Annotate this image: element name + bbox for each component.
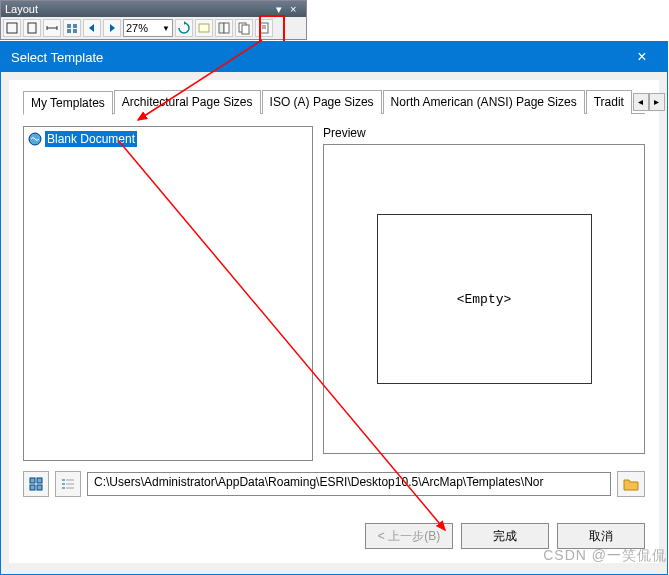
path-input[interactable]: C:\Users\Administrator\AppData\Roaming\E… [87, 472, 611, 496]
wizard-row: < 上一步(B) 完成 取消 [23, 523, 645, 549]
path-row: C:\Users\Administrator\AppData\Roaming\E… [23, 471, 645, 497]
template-list[interactable]: Blank Document [23, 126, 313, 461]
preview-inner: <Empty> [377, 214, 592, 384]
list-item-label: Blank Document [45, 131, 137, 147]
close-icon[interactable]: × [290, 3, 302, 15]
refresh-button[interactable] [175, 19, 193, 37]
preview-box: <Empty> [323, 144, 645, 454]
finish-button[interactable]: 完成 [461, 523, 549, 549]
svg-rect-8 [224, 23, 229, 33]
preview-label: Preview [323, 126, 645, 140]
dropdown-icon[interactable]: ▾ [276, 3, 288, 15]
svg-rect-10 [242, 25, 249, 34]
tab-architectural[interactable]: Architectural Page Sizes [114, 90, 261, 114]
dialog-title: Select Template [11, 50, 103, 65]
chevron-down-icon: ▼ [162, 24, 170, 33]
tab-iso-a[interactable]: ISO (A) Page Sizes [262, 90, 382, 114]
svg-rect-5 [73, 29, 77, 33]
svg-rect-0 [7, 23, 17, 33]
zoom-full-button[interactable] [3, 19, 21, 37]
layout-toolbar: 27% ▼ [1, 17, 306, 39]
browse-button[interactable] [617, 471, 645, 497]
svg-rect-20 [66, 479, 74, 481]
svg-rect-7 [219, 23, 224, 33]
svg-rect-21 [62, 483, 65, 485]
back-button: < 上一步(B) [365, 523, 453, 549]
zoom-value: 27% [126, 22, 148, 34]
layout-panel: Layout ▾ × 27% ▼ [0, 0, 307, 40]
svg-rect-23 [62, 487, 65, 489]
svg-rect-3 [73, 24, 77, 28]
tab-my-templates[interactable]: My Templates [23, 91, 113, 115]
svg-rect-18 [37, 485, 42, 490]
select-template-dialog: Select Template × My Templates Architect… [0, 41, 668, 575]
list-item-blank-document[interactable]: Blank Document [28, 131, 308, 147]
dialog-titlebar: Select Template × [1, 42, 667, 72]
dialog-close-button[interactable]: × [627, 48, 657, 66]
layout-titlebar: Layout ▾ × [1, 1, 306, 17]
svg-rect-22 [66, 483, 74, 485]
content-row: Blank Document Preview <Empty> [23, 126, 645, 461]
tab-scroll: ◂ ▸ [633, 93, 665, 111]
nav-forward-button[interactable] [103, 19, 121, 37]
tab-north-american[interactable]: North American (ANSI) Page Sizes [383, 90, 585, 114]
change-layout-button[interactable] [235, 19, 253, 37]
nav-button-1[interactable] [63, 19, 81, 37]
svg-rect-4 [67, 29, 71, 33]
svg-rect-19 [62, 479, 65, 481]
preview-empty-text: <Empty> [457, 292, 512, 307]
data-frame-button[interactable] [195, 19, 213, 37]
tab-scroll-right-button[interactable]: ▸ [649, 93, 665, 111]
data-driven-pages-button[interactable] [255, 19, 273, 37]
svg-rect-17 [30, 485, 35, 490]
nav-back-button[interactable] [83, 19, 101, 37]
zoom-page-button[interactable] [23, 19, 41, 37]
svg-rect-16 [37, 478, 42, 483]
svg-rect-1 [28, 23, 36, 33]
layout-title: Layout [5, 3, 38, 15]
cancel-button[interactable]: 取消 [557, 523, 645, 549]
svg-rect-2 [67, 24, 71, 28]
tab-scroll-left-button[interactable]: ◂ [633, 93, 649, 111]
view-large-icons-button[interactable] [23, 471, 49, 497]
zoom-width-button[interactable] [43, 19, 61, 37]
svg-rect-6 [199, 24, 209, 32]
tab-traditional[interactable]: Tradit [586, 90, 632, 114]
tabs-row: My Templates Architectural Page Sizes IS… [23, 90, 645, 114]
preview-panel: Preview <Empty> [323, 126, 645, 461]
dialog-body: My Templates Architectural Page Sizes IS… [9, 80, 659, 563]
zoom-combo[interactable]: 27% ▼ [123, 19, 173, 37]
document-icon [28, 132, 42, 146]
toggle-button[interactable] [215, 19, 233, 37]
svg-rect-24 [66, 487, 74, 489]
svg-rect-15 [30, 478, 35, 483]
view-list-button[interactable] [55, 471, 81, 497]
